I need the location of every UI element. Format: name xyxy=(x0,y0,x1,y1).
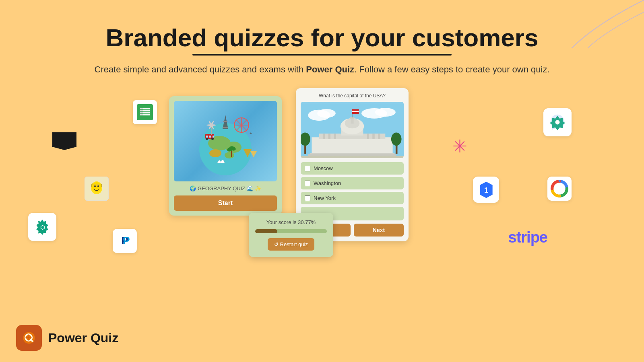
svg-point-75 xyxy=(555,120,560,125)
paypal-svg: P P xyxy=(117,233,133,249)
svg-rect-54 xyxy=(367,134,369,139)
quiz-card-1-title: 🌍 GEOGRAPHY QUIZ 🌊 ✨ xyxy=(174,185,277,191)
page-title: Branded quizzes for your customers xyxy=(106,24,539,56)
answer-washington-text: Washington xyxy=(314,180,341,186)
svg-rect-52 xyxy=(328,134,330,139)
svg-rect-22 xyxy=(223,121,227,122)
title-text: Branded quizzes for your customers xyxy=(106,24,539,51)
quiz-question: What is the capital of the USA? xyxy=(301,93,404,99)
flag-svg xyxy=(52,132,76,150)
svg-point-12 xyxy=(97,185,99,187)
capitol-photo xyxy=(301,102,404,158)
recaptcha-icon xyxy=(547,177,572,201)
svg-point-28 xyxy=(206,138,208,140)
svg-text:✳: ✳ xyxy=(452,136,467,156)
answer-new-york[interactable]: New York xyxy=(301,192,404,204)
sheets-svg xyxy=(137,104,153,120)
stripe-icon: stripe xyxy=(508,229,547,246)
svg-point-38 xyxy=(206,124,216,126)
progress-bar-fill xyxy=(255,229,277,233)
header-section: Branded quizzes for your customers Creat… xyxy=(0,0,644,76)
checkbox-newyork[interactable] xyxy=(305,195,310,201)
onepw-svg: 1 xyxy=(477,181,495,199)
capitol-svg xyxy=(301,102,404,158)
score-text: Your score is 30.77% xyxy=(255,219,327,225)
answer-washington[interactable]: Washington xyxy=(301,177,404,189)
svg-text:⬡: ⬡ xyxy=(40,224,45,230)
brand-logo xyxy=(16,325,42,351)
svg-rect-68 xyxy=(308,154,396,156)
answer-moscow-text: Moscow xyxy=(314,165,333,171)
svg-rect-27 xyxy=(213,136,214,138)
restart-button[interactable]: ↺ Restart quiz xyxy=(268,238,314,251)
mailchimp-svg xyxy=(85,177,109,201)
paypal-icon: P P xyxy=(113,229,137,253)
svg-text:1: 1 xyxy=(484,186,488,194)
chatgpt-svg: ⬡ xyxy=(33,218,51,236)
svg-point-11 xyxy=(94,185,96,187)
onepw-icon: 1 xyxy=(473,177,499,203)
stripe-text: stripe xyxy=(508,229,547,246)
snowflake-svg: ✳ xyxy=(449,136,471,158)
svg-point-20 xyxy=(225,152,234,158)
svg-marker-43 xyxy=(250,151,257,157)
svg-text:P: P xyxy=(123,234,130,247)
geography-quiz-card: 🌍 GEOGRAPHY QUIZ 🌊 ✨ Start xyxy=(169,96,282,216)
openai-right-icon xyxy=(543,108,572,136)
font-flag-icon xyxy=(52,132,76,150)
svg-rect-26 xyxy=(209,136,211,138)
quiz-card-1-image xyxy=(174,101,277,181)
subtitle-start: Create simple and advanced quizzes and e… xyxy=(94,64,306,74)
snowflake-icon: ✳ xyxy=(449,136,471,158)
recaptcha-svg xyxy=(550,179,569,198)
subtitle-brand: Power Quiz xyxy=(306,64,354,74)
svg-rect-51 xyxy=(323,134,325,139)
content-area: ⬡ P P xyxy=(0,76,644,358)
answer-newyork-text: New York xyxy=(314,195,336,201)
svg-rect-66 xyxy=(352,112,359,114)
brand-logo-svg xyxy=(20,329,38,347)
subtitle: Create simple and advanced quizzes and e… xyxy=(0,63,644,76)
next-button[interactable]: Next xyxy=(354,224,404,237)
mailchimp-icon xyxy=(85,177,109,201)
svg-rect-64 xyxy=(352,109,359,111)
svg-rect-49 xyxy=(312,137,392,154)
svg-point-72 xyxy=(391,133,402,146)
checkbox-moscow[interactable] xyxy=(305,166,310,171)
svg-rect-25 xyxy=(206,136,208,138)
svg-rect-56 xyxy=(378,134,380,139)
globe-illustration xyxy=(189,105,262,177)
svg-point-29 xyxy=(211,138,214,140)
svg-point-48 xyxy=(375,108,396,117)
svg-rect-55 xyxy=(372,134,374,139)
svg-point-19 xyxy=(209,149,221,157)
answer-moscow[interactable]: Moscow xyxy=(301,162,404,175)
branding-section: Power Quiz xyxy=(16,325,118,351)
svg-rect-53 xyxy=(334,134,336,139)
chatgpt-left-icon: ⬡ xyxy=(28,213,56,241)
brand-name: Power Quiz xyxy=(48,331,118,346)
subtitle-end: . Follow a few easy steps to create your… xyxy=(354,64,549,74)
checkbox-washington[interactable] xyxy=(305,181,310,186)
score-card: Your score is 30.77% ↺ Restart quiz xyxy=(249,213,333,257)
svg-rect-23 xyxy=(223,127,228,128)
progress-bar-background xyxy=(255,229,327,233)
start-quiz-button[interactable]: Start xyxy=(174,195,277,211)
svg-point-46 xyxy=(317,109,336,118)
google-sheets-icon xyxy=(133,100,157,124)
openai-right-svg xyxy=(549,113,566,131)
svg-rect-5 xyxy=(140,108,143,115)
svg-marker-21 xyxy=(223,115,228,129)
svg-rect-65 xyxy=(352,111,359,113)
